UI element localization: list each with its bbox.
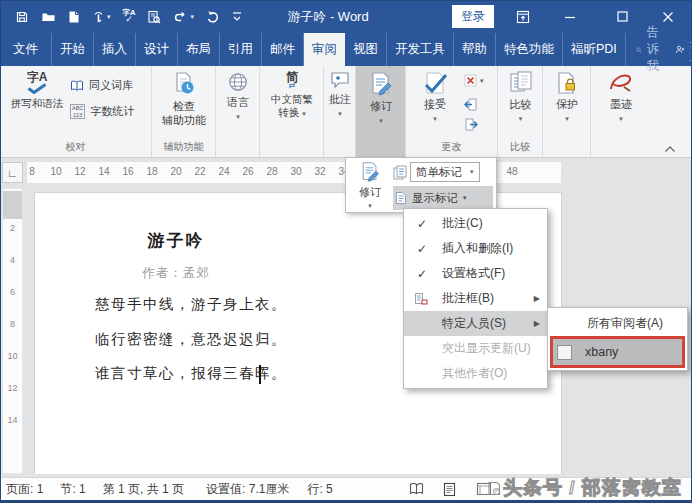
- dropdown-caret-icon: ▾: [565, 115, 569, 124]
- dropdown-caret-icon: ▾: [470, 168, 474, 176]
- ribbon-display-options-button[interactable]: [505, 0, 541, 33]
- ribbon: 字A 拼写和语法 同义词库 ABC 123 字数统计 校对 检查辅: [0, 66, 692, 158]
- next-change-icon: [464, 118, 478, 131]
- show-markup-menu: ✓ 批注(C) ✓ 插入和删除(I) ✓ 设置格式(F) 批注框(B) ▶ 特定…: [403, 208, 548, 389]
- tab-insert[interactable]: 插入: [94, 33, 136, 66]
- tab-foxit-pdi[interactable]: 福昕PDI: [563, 33, 626, 66]
- group-comments: 批注 ▾: [324, 66, 356, 157]
- compare-button[interactable]: 比较 ▾: [502, 71, 539, 124]
- tab-home[interactable]: 开始: [52, 33, 94, 66]
- submenu-arrow-icon: ▶: [534, 294, 540, 303]
- menu-item-insertions-deletions[interactable]: ✓ 插入和删除(I): [404, 236, 547, 261]
- window-title: 游子吟 - Word: [238, 0, 418, 33]
- vertical-ruler[interactable]: 2 4 6 8 10 12 14: [2, 188, 23, 474]
- touch-mode-icon[interactable]: ▾: [92, 10, 111, 24]
- reviewer-checkbox[interactable]: [557, 345, 572, 360]
- share-button[interactable]: 共享: [675, 33, 692, 66]
- submenu-arrow-icon: ▶: [534, 319, 540, 328]
- track-changes-icon: [359, 161, 381, 183]
- dropdown-caret-icon: ▾: [433, 115, 437, 124]
- reject-icon: [464, 74, 477, 87]
- text-cursor: [259, 365, 261, 384]
- word-count-button[interactable]: ABC 123 字数统计: [70, 104, 134, 119]
- word-count-icon: ABC 123: [70, 104, 85, 119]
- status-vertical-position[interactable]: 设置值: 7.1厘米: [206, 481, 289, 498]
- group-track-changes-collapsed: 修订 ▾: [356, 66, 406, 157]
- spelling-grammar-qat-icon[interactable]: 字A ✓: [123, 9, 136, 25]
- tab-design[interactable]: 设计: [136, 33, 178, 66]
- redo-icon[interactable]: [206, 10, 220, 24]
- language-button[interactable]: 语言 ▾: [220, 71, 256, 122]
- group-protect: 保护 ▾: [543, 66, 591, 157]
- sign-in-button[interactable]: 登录: [452, 5, 494, 28]
- protect-lock-icon: [555, 71, 579, 95]
- ruler-number: 32: [308, 166, 332, 177]
- status-page-number[interactable]: 页面: 1: [6, 481, 43, 498]
- new-document-icon[interactable]: [68, 10, 80, 24]
- balloons-icon: [414, 292, 428, 306]
- track-changes-flyout: 修订 ▾ 简单标记▾ 显示标记 ▾: [345, 157, 497, 213]
- next-change-button[interactable]: [464, 118, 478, 131]
- accept-button[interactable]: 接受 ▾: [414, 71, 456, 124]
- read-mode-button[interactable]: [408, 482, 425, 496]
- check-accessibility-button[interactable]: 检查辅助功能: [156, 71, 212, 128]
- undo-icon[interactable]: ▾: [173, 10, 194, 23]
- ruler-number: 10: [3, 351, 22, 361]
- menu-item-balloons[interactable]: 批注框(B) ▶: [404, 286, 547, 311]
- new-comment-button[interactable]: 批注 ▾: [325, 71, 355, 119]
- maximize-button[interactable]: [604, 0, 640, 33]
- dropdown-caret-icon: ▾: [338, 110, 342, 119]
- ink-pen-icon: [608, 71, 634, 95]
- tab-developer[interactable]: 开发工具: [387, 33, 454, 66]
- ruler-number: 28: [260, 166, 284, 177]
- show-markup-dropdown-open[interactable]: 显示标记 ▾: [393, 186, 493, 210]
- group-label-compare: 比较: [498, 140, 542, 154]
- ink-button[interactable]: 墨迹 ▾: [599, 71, 643, 124]
- tab-view[interactable]: 视图: [345, 33, 387, 66]
- group-compare: 比较 ▾ 比较: [498, 66, 543, 157]
- collapse-ribbon-button[interactable]: [664, 145, 676, 153]
- tab-stop-selector[interactable]: ∟: [2, 162, 23, 183]
- tab-help[interactable]: 帮助: [454, 33, 496, 66]
- print-layout-button[interactable]: [442, 482, 457, 497]
- ruler-number: 14: [92, 166, 116, 177]
- tab-references[interactable]: 引用: [220, 33, 262, 66]
- track-changes-button[interactable]: 修订 ▾: [350, 161, 390, 210]
- protect-button[interactable]: 保护 ▾: [548, 71, 586, 124]
- status-page-of-pages[interactable]: 第 1 页, 共 1 页: [103, 481, 184, 498]
- submenu-item-all-reviewers[interactable]: 所有审阅者(A): [550, 310, 685, 336]
- group-changes: 接受 ▾ ▾ 更改: [406, 66, 498, 157]
- print-preview-icon[interactable]: [147, 10, 161, 24]
- status-line-number[interactable]: 行: 5: [307, 481, 332, 498]
- open-icon[interactable]: [41, 10, 56, 23]
- ruler-number: 24: [212, 166, 236, 177]
- menu-item-specific-people[interactable]: 特定人员(S) ▶: [404, 311, 547, 336]
- tab-special-features[interactable]: 特色功能: [496, 33, 563, 66]
- status-section[interactable]: 节: 1: [60, 481, 85, 498]
- thesaurus-button[interactable]: 同义词库: [70, 78, 133, 93]
- save-icon[interactable]: [15, 10, 29, 24]
- previous-change-button[interactable]: [464, 98, 478, 111]
- spelling-grammar-button[interactable]: 字A 拼写和语法: [8, 71, 66, 110]
- menu-item-comments[interactable]: ✓ 批注(C): [404, 211, 547, 236]
- group-proofing: 字A 拼写和语法 同义词库 ABC 123 字数统计 校对: [0, 66, 152, 157]
- ruler-number: 30: [284, 166, 308, 177]
- tab-file[interactable]: 文件: [0, 33, 52, 66]
- reject-button[interactable]: ▾: [464, 74, 484, 87]
- ribbon-spacer: [651, 66, 692, 157]
- tab-layout[interactable]: 布局: [178, 33, 220, 66]
- vertical-ruler-margin: [3, 191, 22, 219]
- track-changes-ribbon-button[interactable]: 修订 ▾: [361, 71, 401, 126]
- display-for-review-dropdown[interactable]: 简单标记▾: [393, 162, 480, 182]
- tab-mailings[interactable]: 邮件: [262, 33, 304, 66]
- chinese-conversion-button[interactable]: 简 ⇄ 中文简繁转换 ▾: [262, 71, 322, 119]
- group-label-changes: 更改: [406, 140, 497, 154]
- minimize-button[interactable]: [552, 0, 588, 33]
- tell-me-box[interactable]: 告诉我: [626, 33, 676, 66]
- ruler-number: 4: [3, 255, 22, 265]
- tab-review[interactable]: 审阅: [304, 33, 345, 66]
- previous-change-icon: [464, 98, 478, 111]
- ruler-number: 8: [3, 319, 22, 329]
- submenu-item-reviewer-xbany[interactable]: xbany: [550, 336, 685, 368]
- menu-item-formatting[interactable]: ✓ 设置格式(F): [404, 261, 547, 286]
